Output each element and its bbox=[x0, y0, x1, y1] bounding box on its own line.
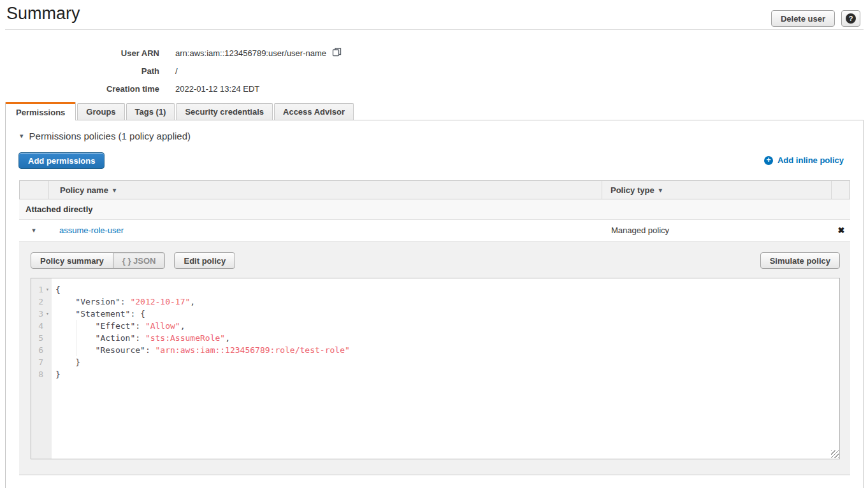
tab-access-advisor[interactable]: Access Advisor bbox=[274, 103, 354, 120]
add-permissions-button[interactable]: Add permissions bbox=[18, 152, 105, 169]
policy-name-link[interactable]: assume-role-user bbox=[59, 226, 124, 235]
field-label: Path bbox=[0, 66, 159, 76]
help-button[interactable]: ? bbox=[841, 10, 860, 27]
fold-caret-icon[interactable]: ▾ bbox=[43, 283, 52, 296]
line-number: 3 bbox=[31, 308, 43, 320]
json-policy-editor[interactable]: 1 ▾ { 2 "Version": "2012-10-17", 3 ▾ bbox=[31, 278, 840, 459]
permissions-policies-section-toggle[interactable]: ▾ Permissions policies (1 policy applied… bbox=[20, 131, 191, 141]
field-row-path: Path / bbox=[0, 62, 342, 80]
permissions-policies-heading: Permissions policies (1 policy applied) bbox=[29, 131, 191, 141]
iam-user-summary-page: Summary Delete user ? User ARN arn:aws:i… bbox=[0, 0, 868, 488]
page-title: Summary bbox=[6, 4, 80, 24]
field-row-user-arn: User ARN arn:aws:iam::123456789:user/use… bbox=[0, 44, 342, 62]
field-label: User ARN bbox=[0, 48, 159, 58]
tab-permissions[interactable]: Permissions bbox=[5, 102, 76, 120]
column-header-policy-type[interactable]: Policy type ▾ bbox=[602, 181, 832, 199]
tab-security-credentials[interactable]: Security credentials bbox=[176, 103, 273, 120]
row-caret-down-icon: ▾ bbox=[32, 227, 36, 234]
detach-policy-x-icon[interactable]: ✖ bbox=[838, 226, 845, 235]
copy-icon[interactable] bbox=[332, 47, 342, 59]
editor-lines: 1 ▾ { 2 "Version": "2012-10-17", 3 ▾ bbox=[31, 283, 839, 380]
expander-column-header bbox=[20, 181, 49, 199]
path-value: / bbox=[175, 66, 178, 76]
resize-handle-icon[interactable] bbox=[831, 450, 839, 458]
line-number: 6 bbox=[31, 344, 43, 356]
policy-detail-expanded-area: Policy summary { } JSON Edit policy Simu… bbox=[19, 241, 850, 475]
policy-table-row: ▾ assume-role-user Managed policy ✖ bbox=[19, 220, 850, 241]
add-inline-policy-label: Add inline policy bbox=[778, 155, 844, 165]
tab-groups[interactable]: Groups bbox=[77, 103, 124, 120]
line-number: 5 bbox=[31, 332, 43, 344]
simulate-policy-button[interactable]: Simulate policy bbox=[760, 252, 840, 269]
fold-caret-icon[interactable]: ▾ bbox=[43, 308, 52, 320]
policy-view-toggle-group: Policy summary { } JSON bbox=[31, 252, 165, 269]
json-view-button[interactable]: { } JSON bbox=[113, 252, 166, 269]
page-header: Summary Delete user ? bbox=[0, 0, 868, 29]
editor-line: 1 ▾ { bbox=[31, 283, 839, 296]
actions-column-header bbox=[832, 181, 850, 199]
line-number: 4 bbox=[31, 320, 43, 332]
group-row-attached-directly: Attached directly bbox=[19, 199, 850, 220]
editor-line: 3 ▾ "Statement": { bbox=[31, 308, 839, 320]
permissions-tab-panel: ▾ Permissions policies (1 policy applied… bbox=[5, 120, 864, 488]
line-number: 7 bbox=[31, 356, 43, 368]
row-expander[interactable]: ▾ bbox=[19, 227, 48, 234]
header-divider bbox=[5, 29, 864, 30]
editor-line: 6 "Resource": "arn:aws:iam::123456789:ro… bbox=[31, 344, 839, 356]
sort-caret-icon: ▾ bbox=[659, 187, 662, 194]
line-number: 1 bbox=[31, 283, 43, 296]
help-icon: ? bbox=[846, 13, 856, 24]
editor-line: 2 "Version": "2012-10-17", bbox=[31, 296, 839, 308]
summary-fields: User ARN arn:aws:iam::123456789:user/use… bbox=[0, 44, 342, 97]
plus-circle-icon: + bbox=[764, 156, 773, 165]
add-inline-policy-link[interactable]: + Add inline policy bbox=[764, 155, 844, 165]
delete-user-button[interactable]: Delete user bbox=[771, 10, 835, 27]
editor-line: 4 "Effect": "Allow", bbox=[31, 320, 839, 332]
line-number: 2 bbox=[31, 296, 43, 308]
policy-summary-button[interactable]: Policy summary bbox=[31, 252, 113, 269]
tab-tags[interactable]: Tags (1) bbox=[126, 103, 175, 120]
creation-time-value: 2022-01-12 13:24 EDT bbox=[175, 84, 259, 94]
field-label: Creation time bbox=[0, 84, 159, 94]
sort-caret-icon: ▾ bbox=[113, 187, 116, 194]
editor-line: 7 } bbox=[31, 356, 839, 368]
editor-line: 8 } bbox=[31, 368, 839, 380]
policies-table: Policy name ▾ Policy type ▾ Attached dir… bbox=[19, 180, 850, 475]
field-row-creation-time: Creation time 2022-01-12 13:24 EDT bbox=[0, 80, 342, 97]
column-header-policy-name[interactable]: Policy name ▾ bbox=[49, 181, 602, 199]
header-actions: Delete user ? bbox=[771, 10, 860, 27]
editor-line: 5 "Action": "sts:AssumeRole", bbox=[31, 332, 839, 344]
section-caret-down-icon: ▾ bbox=[20, 133, 24, 140]
edit-policy-button[interactable]: Edit policy bbox=[174, 252, 235, 269]
line-number: 8 bbox=[31, 368, 43, 380]
policies-table-header: Policy name ▾ Policy type ▾ bbox=[19, 180, 850, 199]
tab-bar: Permissions Groups Tags (1) Security cre… bbox=[5, 102, 354, 120]
user-arn-value: arn:aws:iam::123456789:user/user-name bbox=[175, 48, 326, 58]
policy-view-toolbar: Policy summary { } JSON Edit policy bbox=[31, 252, 235, 269]
policy-type-value: Managed policy bbox=[603, 226, 832, 235]
